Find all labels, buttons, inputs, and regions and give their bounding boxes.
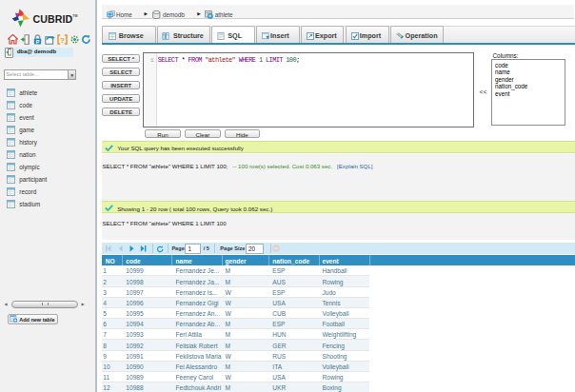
svg-text:?: ? <box>60 36 65 45</box>
svg-text:P: P <box>36 39 40 45</box>
